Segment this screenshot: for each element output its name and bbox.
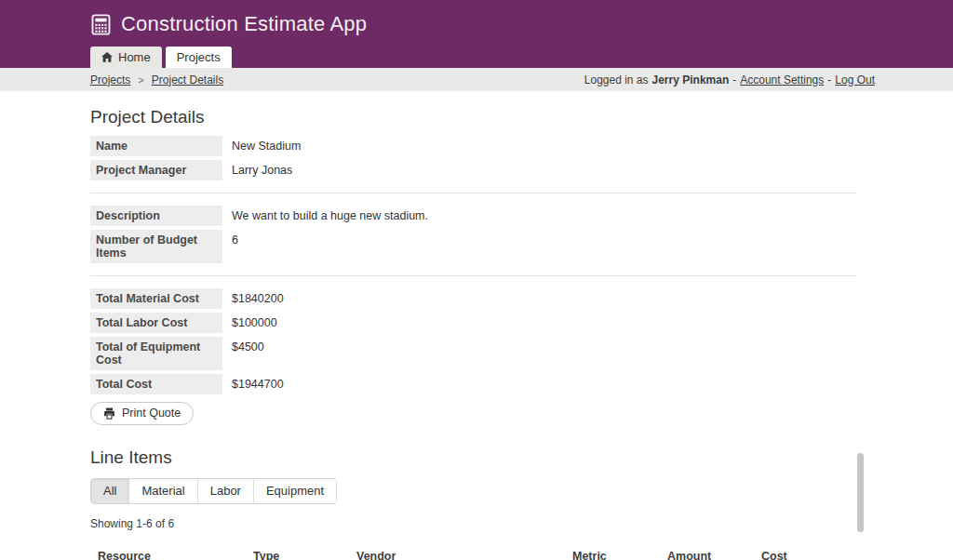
page-title: Project Details [90,107,856,127]
detail-label: Total of Equipment Cost [90,337,222,370]
user-name: Jerry Pinkman [652,73,730,87]
user-info: Logged in as Jerry Pinkman - Account Set… [584,73,875,87]
user-info-separator: - [732,73,736,87]
line-items-filter-group: All Material Labor Equipment [90,478,337,504]
showing-count-text: Showing 1-6 of 6 [90,517,856,530]
home-icon [101,52,113,62]
detail-value: $1944700 [222,374,293,394]
detail-label: Number of Budget Items [90,230,222,263]
column-header-metric: Metric [565,540,660,560]
main-content: Project Details Name New Stadium Project… [0,107,856,560]
detail-row-project-manager: Project Manager Larry Jonas [90,160,856,180]
detail-row-total-cost: Total Cost $1944700 [90,374,856,394]
detail-label: Name [90,136,222,156]
detail-value: $100000 [222,313,287,333]
detail-row-name: Name New Stadium [90,136,856,156]
calculator-icon [90,14,112,35]
app-header: Construction Estimate App Home Projects [0,0,953,68]
breadcrumb-bar: Projects > Project Details Logged in as … [0,68,953,91]
log-out-link[interactable]: Log Out [835,73,875,87]
nav-tabs: Home Projects [90,47,232,68]
printer-icon [103,407,115,420]
detail-label: Total Material Cost [90,288,222,309]
detail-label: Total Cost [90,374,222,394]
section-divider [90,193,856,193]
print-quote-button[interactable]: Print Quote [90,402,194,425]
detail-row-total-labor-cost: Total Labor Cost $100000 [90,313,856,333]
filter-button-material[interactable]: Material [128,479,196,503]
filter-button-all[interactable]: All [91,479,128,503]
account-settings-link[interactable]: Account Settings [740,73,824,87]
column-header-cost: Cost [754,540,856,560]
detail-value: $1840200 [222,288,293,309]
detail-row-budget-items: Number of Budget Items 6 [90,230,856,263]
breadcrumb-link-project-details[interactable]: Project Details [152,73,223,87]
column-header-amount: Amount [660,540,754,560]
detail-value: 6 [222,230,248,263]
detail-row-total-equipment-cost: Total of Equipment Cost $4500 [90,337,856,370]
print-quote-label: Print Quote [122,407,181,420]
user-info-separator: - [827,73,831,87]
filter-button-equipment[interactable]: Equipment [253,479,336,503]
logged-in-prefix: Logged in as [584,73,649,87]
tab-projects-label: Projects [177,50,221,64]
detail-value: Larry Jonas [222,160,302,180]
app-title: Construction Estimate App [121,12,367,36]
detail-value: $4500 [222,337,274,370]
line-items-title: Line Items [90,447,856,468]
column-header-resource: Resource [90,540,246,560]
app-brand: Construction Estimate App [90,12,953,36]
breadcrumb: Projects > Project Details [90,73,223,87]
column-header-type: Type [246,540,349,560]
column-header-vendor: Vendor [349,540,565,560]
section-divider [90,275,856,276]
detail-label: Project Manager [90,160,222,180]
table-header-row: Resource Type Vendor Metric Amount Cost [90,540,856,560]
detail-value: New Stadium [222,136,310,156]
breadcrumb-link-projects[interactable]: Projects [90,73,130,87]
detail-row-description: Description We want to build a huge new … [90,206,856,226]
tab-home[interactable]: Home [90,47,162,68]
filter-button-labor[interactable]: Labor [197,479,253,503]
detail-label: Description [90,206,222,226]
detail-row-total-material-cost: Total Material Cost $1840200 [90,288,856,309]
breadcrumb-separator-icon: > [138,74,143,86]
line-items-table: Resource Type Vendor Metric Amount Cost … [90,540,856,560]
tab-home-label: Home [118,50,151,64]
detail-label: Total Labor Cost [90,313,222,333]
tab-projects[interactable]: Projects [166,47,232,68]
table-scrollbar[interactable] [857,453,864,532]
detail-value: We want to build a huge new stadium. [222,206,437,226]
